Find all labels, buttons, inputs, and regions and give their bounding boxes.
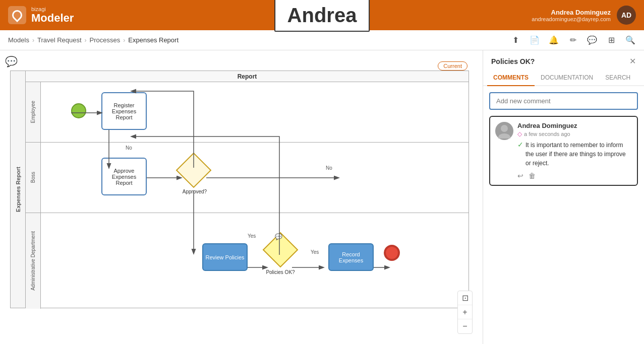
task-approve-expenses[interactable]: Approve Expenses Report	[101, 158, 147, 195]
edge-label-no-right: No	[326, 165, 332, 171]
app-logo[interactable]	[8, 6, 26, 24]
comment-delete-button[interactable]: 🗑	[529, 172, 536, 180]
zoom-out-button[interactable]: −	[458, 319, 472, 333]
zoom-fit-button[interactable]: ⊡	[458, 291, 472, 305]
gateway-approved-label: Approved?	[177, 189, 212, 194]
logo-shape	[10, 8, 24, 22]
grid-icon[interactable]: ⊞	[606, 35, 617, 46]
comment-reply-button[interactable]: ↩	[517, 172, 523, 180]
lane-employee-text: Employee	[30, 101, 36, 123]
zoom-controls: ⊡ + −	[457, 291, 473, 334]
chat-icon[interactable]: 💬	[587, 35, 598, 46]
user-email: andreadominguez@dayrep.com	[532, 16, 611, 22]
tooltip-andrea: Andrea	[274, 0, 370, 32]
task-register-expenses[interactable]: Register Expenses Report	[101, 92, 147, 130]
pencil-icon[interactable]: ✏	[567, 35, 578, 46]
edge-label-no-top: No	[126, 145, 132, 151]
lane-employee: Employee Register Expenses Report	[26, 82, 469, 143]
gateway-policies-label: Policies OK?	[263, 269, 298, 275]
comment-check-icon: ✓	[517, 141, 523, 149]
comment-actions: ↩ 🗑	[517, 172, 632, 180]
canvas-comment-bubble: 💬	[5, 55, 18, 67]
comment-input[interactable]	[489, 92, 638, 110]
breadcrumb: Models › Travel Request › Processes › Ex…	[0, 30, 644, 50]
pool-header: Expenses Report	[11, 71, 26, 308]
canvas-area[interactable]: 💬 Current Report Expenses Report Employe…	[0, 50, 483, 344]
tab-search[interactable]: SEARCH	[599, 70, 636, 86]
svg-point-9	[498, 133, 510, 139]
comment-author: Andrea Dominguez	[517, 122, 632, 129]
edge-label-yes-2: Yes	[311, 249, 319, 255]
user-info: Andrea Dominguez andreadominguez@dayrep.…	[532, 9, 611, 22]
task-record-expenses[interactable]: Record Expenses	[328, 243, 374, 271]
gateway-policies-container: 💬	[268, 237, 293, 262]
svg-point-8	[501, 125, 508, 132]
lane-admin: Administrative Department Review Policie…	[26, 213, 469, 309]
lane-boss-label: Boss	[26, 143, 41, 213]
breadcrumb-sep-3: ›	[123, 37, 125, 44]
zoom-in-button[interactable]: +	[458, 305, 472, 319]
lane-boss: Boss Approve Expenses Report Approved? N…	[26, 143, 469, 213]
comment-text: It is important to remember to inform th…	[525, 141, 632, 168]
panel-content: Andrea Dominguez ◇ a few seconds ago ✓ I…	[483, 86, 644, 344]
comment-meta: ◇ a few seconds ago	[517, 130, 632, 137]
comment-body: Andrea Dominguez ◇ a few seconds ago ✓ I…	[517, 122, 632, 180]
lane-employee-content: Register Expenses Report	[41, 82, 469, 142]
edge-label-yes-1: Yes	[248, 233, 256, 239]
header-left: bizagi Modeler	[8, 6, 74, 24]
bell-icon[interactable]: 🔔	[548, 35, 559, 46]
breadcrumb-travel[interactable]: Travel Request	[37, 36, 82, 44]
panel-tabs: COMMENTS DOCUMENTATION SEARCH	[483, 70, 644, 86]
user-name: Andrea Dominguez	[532, 9, 611, 16]
lane-admin-content: Review Policies 💬 Policies OK? Yes Recor…	[41, 213, 469, 309]
lane-boss-content: Approve Expenses Report Approved? No No	[41, 143, 469, 213]
brand-name: bizagi	[31, 6, 74, 12]
pool-title: Report	[26, 71, 469, 82]
breadcrumb-expenses[interactable]: Expenses Report	[128, 36, 179, 44]
breadcrumb-sep-1: ›	[32, 37, 34, 44]
panel-title: Policies OK?	[491, 57, 535, 65]
lane-employee-label: Employee	[26, 82, 41, 142]
breadcrumb-processes[interactable]: Processes	[90, 36, 121, 44]
comment-diamond-icon: ◇	[517, 130, 522, 137]
lane-admin-text: Administrative Department	[30, 231, 36, 291]
main-area: 💬 Current Report Expenses Report Employe…	[0, 50, 644, 344]
upload-icon[interactable]: ⬆	[510, 35, 521, 46]
header-title: bizagi Modeler	[31, 6, 74, 24]
search-icon[interactable]: 🔍	[625, 35, 636, 46]
tab-comments[interactable]: COMMENTS	[487, 70, 535, 86]
avatar-icon	[497, 123, 512, 139]
panel-close-button[interactable]: ✕	[629, 56, 636, 66]
gateway-comment-icon: 💬	[275, 233, 282, 240]
document-icon[interactable]: 📄	[529, 35, 540, 46]
breadcrumb-tools: ⬆ 📄 🔔 ✏ 💬 ⊞ 🔍	[510, 35, 636, 46]
comment-card: Andrea Dominguez ◇ a few seconds ago ✓ I…	[489, 116, 638, 186]
lane-admin-label: Administrative Department	[26, 213, 41, 309]
end-event[interactable]	[384, 245, 400, 261]
right-panel: Policies OK? ✕ COMMENTS DOCUMENTATION SE…	[483, 50, 644, 344]
breadcrumb-models[interactable]: Models	[8, 36, 29, 44]
comment-time: a few seconds ago	[524, 131, 570, 137]
app-header: bizagi Modeler Andrea Andrea Dominguez a…	[0, 0, 644, 30]
header-right: Andrea Dominguez andreadominguez@dayrep.…	[532, 6, 636, 25]
pool-label: Expenses Report	[15, 167, 21, 212]
panel-header: Policies OK? ✕	[483, 50, 644, 66]
app-name: Modeler	[31, 12, 74, 24]
pool-container: Report Expenses Report Employee Register…	[10, 71, 469, 308]
avatar[interactable]: AD	[617, 6, 636, 25]
comment-text-row: ✓ It is important to remember to inform …	[517, 141, 632, 168]
tab-documentation[interactable]: DOCUMENTATION	[535, 70, 599, 86]
lane-boss-text: Boss	[30, 172, 36, 183]
breadcrumb-sep-2: ›	[85, 37, 87, 44]
task-review-policies[interactable]: Review Policies	[202, 243, 248, 271]
gateway-approved[interactable]	[176, 153, 212, 188]
current-badge: Current	[438, 61, 467, 71]
comment-avatar	[495, 122, 513, 140]
start-event[interactable]	[71, 103, 86, 118]
